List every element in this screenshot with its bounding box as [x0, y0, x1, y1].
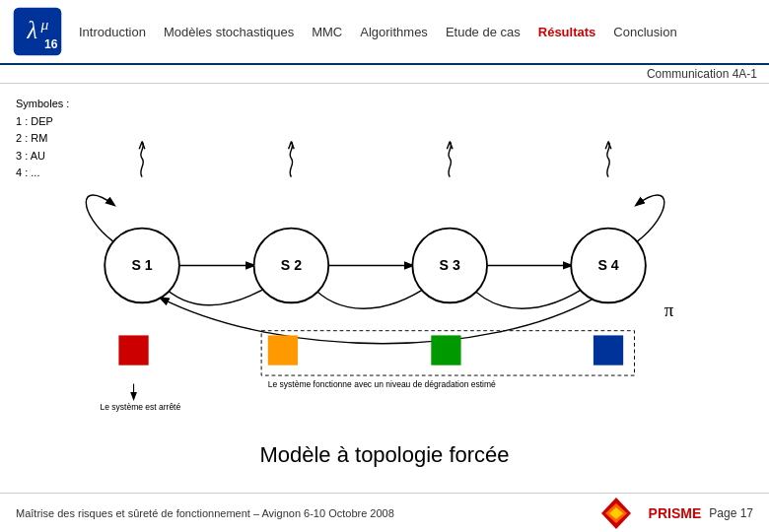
nav-introduction[interactable]: Introduction — [79, 25, 146, 39]
pi-symbol: π — [664, 299, 674, 320]
state-s3-label: S 3 — [440, 257, 460, 273]
nav-etude[interactable]: Etude de cas — [446, 25, 521, 39]
main-title: Modèle à topologie forcée — [0, 442, 769, 468]
nav: Introduction Modèles stochastiques MMC A… — [79, 25, 757, 39]
header: λ μ 16 Introduction Modèles stochastique… — [0, 0, 769, 65]
svg-text:λ: λ — [27, 17, 38, 43]
communication-label: Communication 4A-1 — [647, 67, 757, 81]
systeme-fonctionne-label: Le système fonctionne avec un niveau de … — [268, 379, 496, 389]
state-s2-label: S 2 — [281, 257, 302, 273]
square-s2 — [268, 335, 298, 365]
footer: Maîtrise des risques et sûreté de foncti… — [0, 493, 769, 532]
topology-diagram: S 1 S 2 S 3 S 4 π Le système est arrêté … — [0, 84, 769, 429]
square-s4 — [594, 335, 623, 365]
prisme-text: PRISME — [649, 505, 702, 521]
state-s1-label: S 1 — [131, 257, 152, 273]
subheader: Communication 4A-1 — [0, 65, 769, 84]
prisme-logo-icon — [592, 496, 641, 531]
page-number: Page 17 — [709, 506, 753, 520]
nav-modeles[interactable]: Modèles stochastiques — [164, 25, 294, 39]
svg-text:μ: μ — [39, 16, 48, 33]
svg-text:16: 16 — [44, 37, 58, 51]
square-s3 — [431, 335, 460, 365]
nav-mmc[interactable]: MMC — [312, 25, 342, 39]
nav-algorithmes[interactable]: Algorithmes — [360, 25, 428, 39]
systeme-arrete-label: Le système est arrêté — [100, 402, 180, 412]
state-s4-label: S 4 — [597, 257, 618, 273]
logo: λ μ 16 — [12, 6, 63, 57]
nav-conclusion[interactable]: Conclusion — [613, 25, 676, 39]
square-s1 — [118, 335, 148, 365]
footer-right: PRISME Page 17 — [592, 496, 753, 531]
nav-resultats[interactable]: Résultats — [538, 25, 596, 39]
main-content: Symboles : 1 : DEP 2 : RM 3 : AU 4 : ... — [0, 84, 769, 507]
footer-text: Maîtrise des risques et sûreté de foncti… — [16, 507, 394, 519]
